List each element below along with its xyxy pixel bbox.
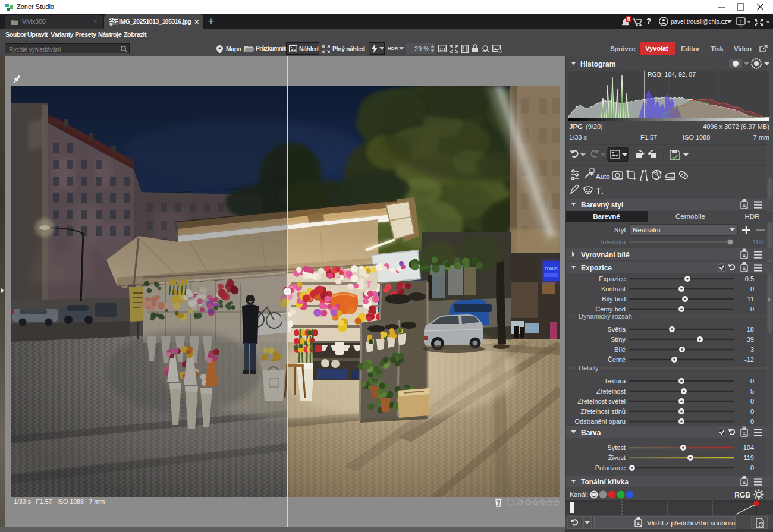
svg-text:39: 39 (747, 336, 754, 343)
svg-text:-18: -18 (744, 326, 754, 333)
svg-text:0.5: 0.5 (745, 275, 754, 282)
svg-text:Vložit z předchozího souboru: Vložit z předchozího souboru (647, 520, 735, 527)
svg-text:(9/20): (9/20) (586, 123, 603, 130)
svg-text:100: 100 (753, 238, 763, 245)
svg-text:0: 0 (750, 464, 754, 471)
svg-text:Kontrast: Kontrast (601, 285, 626, 292)
svg-text:Zřetelnost stínů: Zřetelnost stínů (580, 408, 626, 415)
svg-text:Černobíle: Černobíle (675, 213, 705, 220)
svg-text:pavel.trousil@chip.cz: pavel.trousil@chip.cz (671, 18, 727, 25)
svg-text:0: 0 (750, 377, 754, 385)
svg-text:Bílý bod: Bílý bod (602, 295, 626, 303)
svg-text:1/33 s: 1/33 s (569, 134, 587, 141)
svg-text:Černý bod: Černý bod (595, 306, 626, 313)
svg-text:Barva: Barva (581, 429, 601, 437)
svg-text:Polarizace: Polarizace (595, 464, 626, 471)
svg-text:Histogram: Histogram (580, 60, 615, 68)
svg-text:4096 x 3072 (6.37 MB): 4096 x 3072 (6.37 MB) (703, 123, 769, 130)
svg-text:JPG: JPG (569, 123, 583, 130)
svg-text:2: 2 (739, 19, 742, 24)
svg-text:ISO 1088: ISO 1088 (683, 134, 710, 141)
svg-text:T: T (596, 186, 601, 196)
svg-text:Tonální křivka: Tonální křivka (581, 478, 629, 486)
svg-text:Stíny: Stíny (611, 336, 626, 343)
svg-text:Expozice: Expozice (581, 264, 612, 272)
svg-text:104: 104 (743, 444, 754, 451)
svg-text:0: 0 (750, 285, 754, 292)
svg-text:119: 119 (743, 454, 754, 461)
svg-text:FOKUS: FOKUS (545, 267, 558, 271)
svg-text:0: 0 (750, 408, 754, 415)
svg-text:RGB: RGB (734, 491, 750, 499)
svg-text:F1.57: F1.57 (640, 134, 657, 141)
svg-text:1:1: 1:1 (439, 47, 445, 51)
svg-text:Styl: Styl (614, 226, 626, 234)
svg-text:Barevné: Barevné (593, 213, 620, 220)
svg-text:RGB: 104, 92, 87: RGB: 104, 92, 87 (648, 71, 696, 78)
svg-text:Vyrovnání bílé: Vyrovnání bílé (581, 251, 630, 259)
svg-text:HDR: HDR (745, 213, 760, 220)
svg-text:3: 3 (750, 346, 754, 353)
svg-text:Černé: Černé (608, 356, 626, 363)
svg-text:Zřetelnost: Zřetelnost (596, 388, 626, 395)
svg-text:5: 5 (750, 388, 754, 395)
svg-text:0: 0 (750, 306, 754, 313)
svg-text:11: 11 (747, 295, 754, 303)
svg-text:Intenzita: Intenzita (601, 238, 626, 245)
svg-text:0: 0 (750, 398, 754, 405)
svg-text:Auto: Auto (596, 173, 610, 180)
svg-text:Neutrální: Neutrální (633, 226, 661, 234)
svg-text:Dynamický rozsah: Dynamický rozsah (579, 313, 632, 320)
svg-text:Detaily: Detaily (579, 364, 599, 372)
svg-text:?: ? (646, 17, 652, 26)
svg-text:Odstranění oparu: Odstranění oparu (574, 418, 626, 425)
svg-text:5: 5 (627, 16, 630, 22)
svg-text:Textura: Textura (604, 377, 626, 385)
svg-text:0: 0 (750, 418, 754, 425)
svg-text:Kanál:: Kanál: (570, 491, 588, 498)
svg-text:Bílé: Bílé (614, 346, 626, 353)
svg-text:7 mm: 7 mm (753, 134, 770, 141)
svg-text:-12: -12 (744, 356, 754, 363)
svg-text:Živost: Živost (608, 454, 626, 461)
svg-text:Zřetelnost světel: Zřetelnost světel (577, 398, 626, 405)
svg-text:Světla: Světla (607, 326, 626, 333)
svg-text:Sytost: Sytost (607, 444, 626, 451)
svg-text:Barevný styl: Barevný styl (581, 201, 623, 209)
svg-text:Expozice: Expozice (599, 275, 626, 282)
